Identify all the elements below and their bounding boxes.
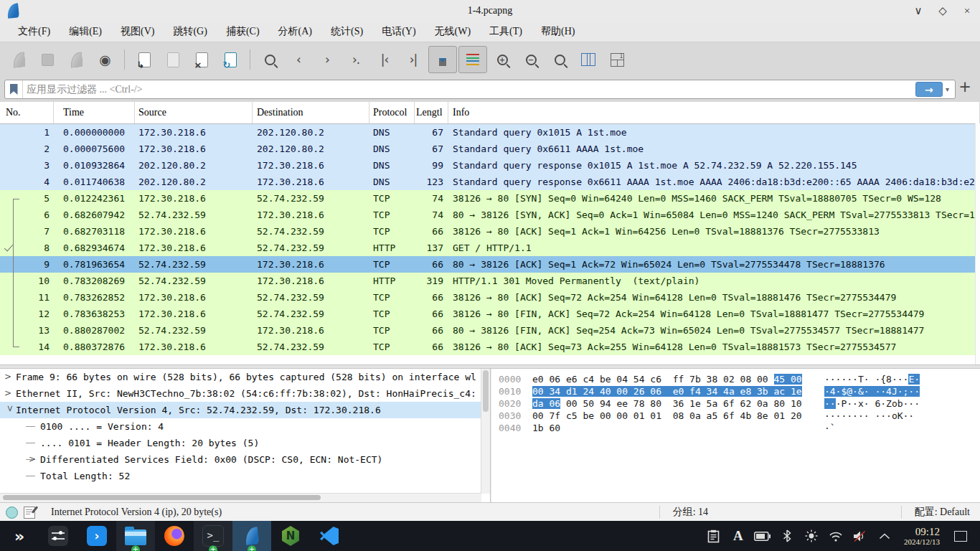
- menu-go[interactable]: 跳转(G): [164, 22, 216, 42]
- packet-row[interactable]: 60.68260794252.74.232.59172.30.218.6TCP7…: [0, 207, 980, 223]
- taskbar-item-firefox[interactable]: [155, 521, 194, 551]
- packet-source: 172.30.218.6: [135, 223, 253, 240]
- packet-row[interactable]: 80.682934674172.30.218.652.74.232.59HTTP…: [0, 240, 980, 256]
- first-packet-button[interactable]: |‹: [371, 47, 398, 72]
- packet-row[interactable]: 40.011740638202.120.80.2172.30.218.6DNS1…: [0, 174, 980, 190]
- column-header-info[interactable]: Info: [448, 102, 980, 123]
- packet-row[interactable]: 30.010932864202.120.80.2172.30.218.6DNS9…: [0, 157, 980, 174]
- packet-row[interactable]: 130.88028700252.74.232.59172.30.218.6TCP…: [0, 322, 980, 339]
- menu-file[interactable]: 文件(F): [9, 22, 60, 42]
- taskbar-clock[interactable]: 09:122024/12/13: [904, 526, 940, 547]
- detail-row[interactable]: .... 0101 = Header Length: 20 bytes (5): [0, 435, 490, 451]
- maximize-button[interactable]: ◇: [936, 4, 950, 17]
- zoom-out-button[interactable]: −: [517, 47, 545, 72]
- hex-row[interactable]: 0030 00 7f c5 be 00 00 01 01 08 0a a5 6f…: [491, 410, 980, 422]
- hex-row[interactable]: 0020 da 06 00 50 94 ee 78 80 36 1e 5a 6f…: [491, 397, 980, 410]
- add-filter-button[interactable]: +: [957, 78, 973, 95]
- taskbar-item-app-store[interactable]: ›: [77, 521, 116, 551]
- expand-arrow-icon[interactable]: >: [4, 385, 14, 402]
- capture-options-button[interactable]: ◉: [91, 47, 118, 72]
- taskbar-item-wireshark[interactable]: +: [232, 521, 271, 551]
- status-profile[interactable]: 配置: Default: [902, 506, 980, 519]
- column-header-length[interactable]: Lengtl: [415, 102, 448, 123]
- normal-size-button[interactable]: 1: [603, 47, 631, 72]
- zoom-in-button[interactable]: +: [489, 47, 516, 72]
- close-file-button[interactable]: ×: [188, 47, 215, 72]
- tray-clipboard-icon[interactable]: [705, 527, 723, 545]
- capture-comment-icon[interactable]: [24, 507, 35, 519]
- expand-arrow-icon[interactable]: >: [29, 451, 39, 468]
- go-to-packet-button[interactable]: ›.: [342, 47, 369, 72]
- packet-row[interactable]: 70.682703118172.30.218.652.74.232.59TCP6…: [0, 223, 980, 240]
- detail-row[interactable]: >Internet Protocol Version 4, Src: 52.74…: [0, 402, 490, 418]
- packet-row[interactable]: 10.000000000172.30.218.6202.120.80.2DNS6…: [0, 124, 980, 141]
- packet-row[interactable]: 120.783638253172.30.218.652.74.232.59TCP…: [0, 306, 980, 322]
- taskbar-item-control-center[interactable]: [39, 521, 77, 551]
- menu-capture[interactable]: 捕获(C): [217, 22, 269, 42]
- packet-row[interactable]: 50.012242361172.30.218.652.74.232.59TCP7…: [0, 190, 980, 207]
- menu-edit[interactable]: 编辑(E): [60, 22, 111, 42]
- go-forward-button[interactable]: ›: [314, 47, 341, 72]
- menu-statistics[interactable]: 统计(S): [321, 22, 372, 42]
- detail-row[interactable]: 0100 .... = Version: 4: [0, 418, 490, 435]
- show-desktop-button[interactable]: [954, 531, 967, 542]
- filter-dropdown-caret[interactable]: ▾: [946, 85, 949, 93]
- tray-bluetooth-icon[interactable]: [778, 527, 796, 545]
- display-filter-input[interactable]: 应用显示过滤器 ... <Ctrl-/> → ▾: [4, 80, 956, 99]
- taskbar-item-neovim[interactable]: N: [271, 521, 310, 551]
- menu-telephony[interactable]: 电话(Y): [372, 22, 425, 42]
- open-file-button[interactable]: ↳: [131, 47, 158, 72]
- tray-input-method-icon[interactable]: A: [729, 527, 748, 545]
- packet-row-selected[interactable]: 90.78196365452.74.232.59172.30.218.6TCP6…: [0, 256, 980, 273]
- taskbar-item-launcher[interactable]: »: [0, 521, 39, 551]
- taskbar-item-file-manager[interactable]: +: [116, 521, 155, 551]
- colorize-toggle[interactable]: [458, 46, 487, 73]
- tray-brightness-icon[interactable]: [802, 527, 821, 545]
- packet-row[interactable]: 110.783262852172.30.218.652.74.232.59TCP…: [0, 289, 980, 306]
- menu-wireless[interactable]: 无线(W): [425, 22, 481, 42]
- close-button[interactable]: ×: [960, 5, 974, 17]
- menu-analyze[interactable]: 分析(A): [269, 22, 321, 42]
- packet-row[interactable]: 100.78320826952.74.232.59172.30.218.6HTT…: [0, 273, 980, 289]
- column-header-source[interactable]: Source: [135, 102, 253, 123]
- column-header-destination[interactable]: Destination: [253, 102, 369, 123]
- tray-battery-icon[interactable]: [753, 527, 772, 545]
- menu-tools[interactable]: 工具(T): [480, 22, 532, 42]
- detail-row[interactable]: >Frame 9: 66 bytes on wire (528 bits), 6…: [0, 369, 490, 385]
- packet-list-scrollbar[interactable]: [975, 123, 980, 364]
- packet-row[interactable]: 20.000075600172.30.218.6202.120.80.2DNS6…: [0, 141, 980, 157]
- tray-wifi-icon[interactable]: [826, 527, 845, 545]
- last-packet-button[interactable]: ›|: [400, 47, 427, 72]
- packet-row[interactable]: 140.880372876172.30.218.652.74.232.59TCP…: [0, 339, 980, 355]
- tray-chevron-up-icon[interactable]: [875, 527, 894, 545]
- detail-row[interactable]: >Differentiated Services Field: 0x00 (DS…: [0, 451, 490, 468]
- column-header-time[interactable]: Time: [54, 102, 135, 123]
- detail-horizontal-scrollbar[interactable]: [0, 493, 481, 502]
- apply-filter-button[interactable]: →: [915, 82, 943, 97]
- find-packet-button[interactable]: [256, 47, 283, 72]
- filter-bookmark-icon[interactable]: [5, 80, 23, 98]
- go-back-button[interactable]: ‹: [285, 47, 312, 72]
- detail-row[interactable]: Total Length: 52: [0, 468, 490, 484]
- detail-vertical-scrollbar[interactable]: [481, 369, 490, 494]
- menu-help[interactable]: 帮助(H): [532, 22, 584, 42]
- zoom-reset-button[interactable]: [546, 47, 573, 72]
- taskbar-item-terminal[interactable]: >_+: [194, 521, 232, 551]
- menu-view[interactable]: 视图(V): [111, 22, 164, 42]
- hex-row[interactable]: 0010 00 34 d1 24 40 00 26 06 e0 f4 34 4a…: [491, 385, 980, 397]
- detail-row[interactable]: >Ethernet II, Src: NewH3CTechno_7b:38:02…: [0, 385, 490, 402]
- tray-volume-muted-icon[interactable]: [851, 527, 870, 545]
- expert-info-icon[interactable]: [6, 507, 18, 519]
- shark-fin-icon: [11, 52, 25, 68]
- auto-scroll-toggle[interactable]: [428, 46, 457, 73]
- expand-arrow-icon[interactable]: >: [4, 369, 14, 385]
- column-header-no[interactable]: No.: [0, 102, 54, 123]
- minimize-button[interactable]: ∨: [911, 4, 925, 17]
- hex-row[interactable]: 0040 1b 60 ·`: [491, 422, 980, 434]
- collapse-arrow-icon[interactable]: >: [1, 405, 18, 415]
- resize-columns-button[interactable]: [575, 47, 602, 72]
- hex-row[interactable]: 0000 e0 06 e6 c4 be 04 54 c6 ff 7b 38 02…: [491, 373, 980, 385]
- reload-file-button[interactable]: ↻: [217, 47, 244, 72]
- taskbar-item-vscode[interactable]: [310, 521, 349, 551]
- column-header-protocol[interactable]: Protocol: [369, 102, 415, 123]
